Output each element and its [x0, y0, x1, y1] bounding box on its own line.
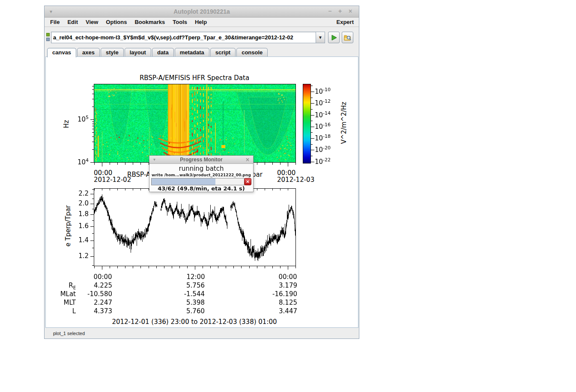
tab-bar: canvasaxesstylelayoutdatametadatascriptc…	[45, 48, 359, 56]
ephemeris-value: -10.580	[69, 290, 112, 298]
spectrogram-ytick-label: 105	[68, 115, 89, 123]
mid-axis-left-label: 00:00 2012-12-02	[94, 169, 131, 183]
tab-console[interactable]: console	[236, 48, 268, 56]
go-button[interactable]	[328, 32, 340, 43]
ephemeris-value: 3.447	[254, 307, 297, 315]
menu-options[interactable]: Options	[102, 18, 131, 26]
timeseries-ytick-label: 2.0	[68, 199, 89, 207]
dialog-close-icon[interactable]: ×	[245, 157, 250, 163]
menu-view[interactable]: View	[82, 18, 102, 26]
tab-layout[interactable]: layout	[125, 48, 151, 56]
timeseries-canvas[interactable]	[94, 188, 296, 266]
timeseries-ytick-label: 1.6	[68, 222, 89, 230]
ephemeris-value: 5.756	[162, 282, 205, 289]
folder-magnifier-icon	[344, 34, 352, 41]
colorbar-tick-label: 10-12	[315, 98, 345, 107]
ephemeris-value: 5.760	[162, 307, 205, 315]
menu-edit[interactable]: Edit	[63, 18, 82, 26]
mid-axis-right-label: 00:00 2012-12-03	[277, 169, 314, 183]
tab-canvas[interactable]: canvas	[47, 48, 76, 57]
tab-style[interactable]: style	[101, 48, 124, 56]
cancel-task-button[interactable]: ✕	[244, 178, 251, 185]
maximize-button[interactable]: +	[336, 8, 344, 15]
bottom-axis-tick-label: 12:00	[181, 273, 211, 281]
title-bar[interactable]: ▾ Autoplot 20190221a − + ×	[45, 6, 359, 18]
inspect-button[interactable]	[342, 32, 353, 43]
bottom-axis-tick-label: 00:00	[273, 273, 303, 281]
datasource-type-icon	[46, 33, 51, 42]
colorbar-tick-label: 10-14	[315, 110, 345, 119]
progress-status-label: 43/62 (49.8/min, eta 24.1 s)	[149, 185, 253, 192]
progress-bar-fill	[152, 178, 215, 185]
timeseries-ytick-label: 2.2	[68, 190, 89, 197]
menu-bar: FileEditViewOptionsBookmarksToolsHelpExp…	[45, 18, 359, 27]
bottom-axis-tick-label: 00:00	[88, 273, 118, 281]
timeseries-ytick-label: 1.8	[68, 210, 89, 218]
window-title: Autoplot 20190221a	[45, 8, 359, 15]
minimize-button[interactable]: −	[325, 8, 334, 15]
menu-file[interactable]: File	[46, 18, 63, 26]
colorbar-tick-label: 10-16	[315, 122, 345, 131]
menu-tools[interactable]: Tools	[169, 18, 191, 26]
status-message: plot_1 selected	[45, 331, 85, 336]
colorbar-tick-label: 10-22	[315, 157, 345, 166]
tab-data[interactable]: data	[152, 48, 174, 56]
timeseries-ytick-label: 1.4	[68, 236, 89, 244]
play-icon	[331, 34, 337, 41]
ephemeris-value: -16.190	[254, 290, 297, 298]
progress-detail-label: write /hom...walk3/product_20121222_00.p…	[149, 173, 253, 177]
colorbar-tick-label: 10-10	[315, 87, 345, 95]
spectrogram-title: RBSP-A/EMFISIS HFR Spectra Data	[94, 74, 295, 82]
ephemeris-value: 4.225	[69, 282, 112, 289]
status-bar: plot_1 selected	[45, 328, 359, 339]
spectrogram-canvas[interactable]	[94, 84, 296, 163]
tab-axes[interactable]: axes	[77, 48, 100, 56]
colorbar[interactable]	[303, 84, 311, 163]
uri-dropdown-button[interactable]: ▼	[316, 32, 325, 43]
autoplot-window: ▾ Autoplot 20190221a − + × FileEditViewO…	[44, 6, 359, 339]
ephemeris-value: 3.179	[254, 282, 297, 289]
ephemeris-value: 5.398	[162, 299, 205, 306]
menu-bookmarks[interactable]: Bookmarks	[131, 18, 169, 26]
menu-help[interactable]: Help	[191, 18, 211, 26]
timeseries-title-fragment-left: RBSP-A	[127, 171, 150, 178]
timeseries-ytick-label: 1.2	[68, 252, 89, 260]
dialog-title: Progress Monitor	[149, 157, 253, 163]
progress-monitor-dialog: ▾ Progress Monitor × running batch write…	[149, 155, 254, 192]
menu-expert[interactable]: Expert	[331, 18, 359, 26]
progress-task-label: running batch	[149, 165, 253, 172]
colorbar-tick-label: 10-20	[315, 145, 345, 154]
tab-script[interactable]: script	[210, 48, 236, 56]
ephemeris-value: 4.373	[69, 307, 112, 315]
progress-dialog-titlebar[interactable]: ▾ Progress Monitor ×	[149, 156, 253, 164]
progress-bar	[151, 178, 245, 185]
uri-toolbar: ▼	[45, 27, 359, 48]
ephemeris-value: 8.125	[254, 299, 297, 306]
uri-input[interactable]	[51, 32, 316, 43]
plot-canvas-area[interactable]: RBSP-A/EMFISIS HFR Spectra Data Hz V^2/m…	[45, 56, 358, 328]
ephemeris-value: -1.544	[162, 290, 205, 298]
colorbar-tick-label: 10-18	[315, 134, 345, 142]
tab-metadata[interactable]: metadata	[175, 48, 209, 56]
spectrogram-ytick-label: 104	[68, 157, 89, 166]
ephemeris-value: 2.247	[69, 299, 112, 306]
timerange-footer: 2012-12-01 (336) 23:00 to 2012-12-03 (33…	[94, 318, 295, 326]
close-button[interactable]: ×	[346, 8, 355, 15]
